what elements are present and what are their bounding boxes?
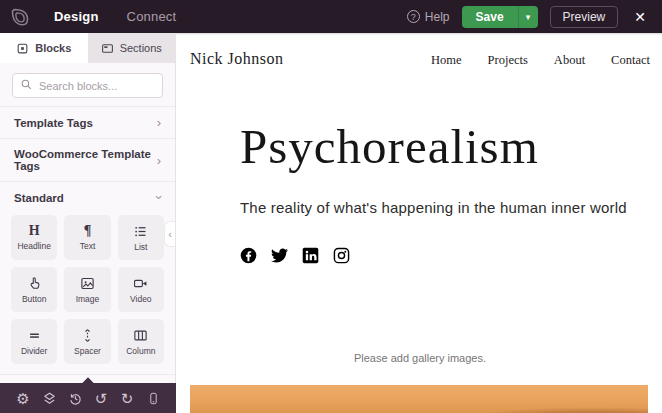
- nav-link-about[interactable]: About: [554, 53, 585, 68]
- search-blocks-input[interactable]: [12, 73, 163, 98]
- block-tile-image[interactable]: Image: [64, 267, 110, 312]
- tile-label: Button: [22, 294, 47, 304]
- tile-label: Video: [130, 294, 152, 304]
- nav-link-home[interactable]: Home: [431, 53, 462, 68]
- tile-label: Text: [80, 241, 96, 251]
- builder-bottom-toolbar: ⚙ ↺ ↻: [0, 383, 176, 413]
- site-brand[interactable]: Nick Johnson: [190, 50, 284, 68]
- preview-button[interactable]: Preview: [550, 6, 619, 28]
- undo-icon[interactable]: ↺: [91, 388, 111, 408]
- block-tile-video[interactable]: Video: [118, 267, 164, 312]
- hero-section: Psychorealism The reality of what's happ…: [190, 121, 650, 264]
- tab-sections[interactable]: Sections: [88, 33, 176, 63]
- tile-label: Column: [126, 346, 155, 356]
- blocks-tab-label: Blocks: [35, 42, 71, 54]
- image-icon: [80, 276, 95, 291]
- block-tile-text[interactable]: ¶ Text: [64, 215, 110, 260]
- tile-label: Divider: [21, 346, 47, 356]
- video-icon: [133, 276, 148, 291]
- search-icon: [20, 78, 33, 91]
- layers-icon[interactable]: [39, 388, 59, 408]
- sunset-hero-image[interactable]: [190, 385, 648, 413]
- chevron-right-icon: ›: [157, 116, 161, 129]
- block-tile-column[interactable]: Column: [118, 319, 164, 364]
- seedprod-leaf-logo[interactable]: [0, 0, 40, 33]
- accordion-label: Standard: [14, 192, 64, 204]
- hero-subtitle[interactable]: The reality of what's happening in the h…: [240, 199, 650, 216]
- headline-icon: H: [29, 224, 40, 238]
- topbar: Design Connect ? Help Save ▾ Preview ✕: [0, 0, 662, 33]
- accordion-label: WooCommerce Template Tags: [14, 148, 157, 172]
- gallery-placeholder-text[interactable]: Please add gallery images.: [190, 352, 650, 364]
- settings-gear-icon[interactable]: ⚙: [13, 388, 33, 408]
- block-tile-spacer[interactable]: Spacer: [64, 319, 110, 364]
- blocks-icon: [16, 42, 29, 55]
- social-icons-row: [240, 247, 650, 264]
- spacer-icon: [80, 328, 95, 343]
- block-tile-headline[interactable]: H Headline: [11, 215, 57, 260]
- chevron-right-icon: ›: [157, 154, 161, 167]
- button-icon: [27, 276, 42, 291]
- block-tile-button[interactable]: Button: [11, 267, 57, 312]
- help-label: Help: [425, 10, 450, 24]
- save-dropdown-caret-icon[interactable]: ▾: [518, 6, 538, 28]
- tab-design[interactable]: Design: [40, 9, 113, 24]
- tab-connect[interactable]: Connect: [113, 9, 191, 24]
- site-nav: Home Projects About Contact: [431, 53, 650, 68]
- instagram-icon[interactable]: [333, 247, 350, 264]
- accordion-standard[interactable]: Standard ›: [0, 181, 175, 213]
- tile-label: Image: [76, 294, 100, 304]
- block-tile-list[interactable]: List: [118, 215, 164, 260]
- standard-blocks-grid: H Headline ¶ Text List Button: [0, 213, 175, 374]
- help-button[interactable]: ? Help: [407, 10, 450, 24]
- block-tile-divider[interactable]: Divider: [11, 319, 57, 364]
- revision-history-icon[interactable]: [65, 388, 85, 408]
- column-icon: [133, 328, 148, 343]
- sections-icon: [101, 42, 114, 55]
- twitter-icon[interactable]: [271, 247, 288, 264]
- accordion-label: Template Tags: [14, 117, 93, 129]
- text-icon: ¶: [84, 224, 92, 238]
- list-icon: [133, 224, 148, 239]
- nav-link-projects[interactable]: Projects: [488, 53, 528, 68]
- seedprod-leaf-icon: [10, 7, 30, 27]
- blocks-sidebar: Blocks Sections Template Tags › WooComme…: [0, 33, 176, 383]
- tile-label: Headline: [17, 241, 51, 251]
- save-split-button: Save ▾: [462, 6, 538, 28]
- mobile-preview-icon[interactable]: [143, 388, 163, 408]
- sections-tab-label: Sections: [120, 42, 162, 54]
- accordion-woocommerce-template-tags[interactable]: WooCommerce Template Tags ›: [0, 138, 175, 181]
- nav-link-contact[interactable]: Contact: [611, 53, 650, 68]
- divider-icon: [27, 328, 42, 343]
- linkedin-icon[interactable]: [302, 247, 319, 264]
- help-circle-icon: ?: [407, 10, 420, 23]
- accordion-template-tags[interactable]: Template Tags ›: [0, 106, 175, 138]
- site-header: Nick Johnson Home Projects About Contact: [190, 33, 650, 68]
- save-button[interactable]: Save: [462, 6, 518, 28]
- close-icon[interactable]: ✕: [630, 9, 650, 25]
- chevron-down-icon: ›: [152, 195, 165, 199]
- redo-icon[interactable]: ↻: [117, 388, 137, 408]
- tile-label: Spacer: [74, 346, 101, 356]
- live-preview-canvas: Nick Johnson Home Projects About Contact…: [176, 33, 662, 413]
- tile-label: List: [134, 242, 147, 252]
- tab-blocks[interactable]: Blocks: [0, 33, 88, 63]
- hero-headline[interactable]: Psychorealism: [240, 121, 650, 172]
- facebook-icon[interactable]: [240, 247, 257, 264]
- sidebar-collapse-handle[interactable]: ‹: [164, 221, 175, 247]
